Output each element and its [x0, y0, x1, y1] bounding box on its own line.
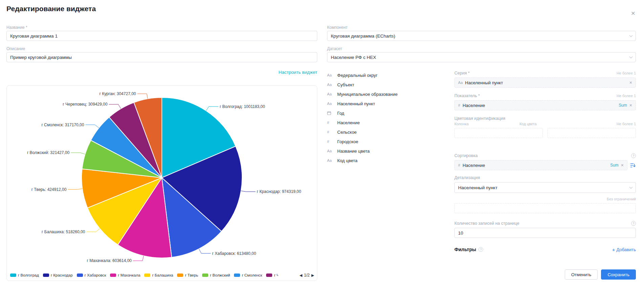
- save-button[interactable]: Сохранить: [601, 269, 636, 280]
- name-label: Название *: [6, 25, 317, 30]
- pie-label-line: [71, 153, 85, 154]
- remove-icon[interactable]: ×: [621, 163, 624, 168]
- number-type-icon: #: [458, 163, 460, 167]
- pie-slice-label: г Краснодар: 974319,00: [257, 189, 301, 194]
- help-icon[interactable]: ?: [631, 153, 636, 158]
- dataset-fields-list: АаФедеральный округАаСубъектАаМуниципаль…: [327, 70, 442, 252]
- legend-item[interactable]: г Волгоград: [10, 273, 39, 277]
- dataset-field-item[interactable]: #Население: [327, 118, 442, 127]
- dataset-field-item[interactable]: АаНазвание цвета: [327, 146, 442, 156]
- widget-config-panel: Серия * Не более 1 Аа Населенный пункт ×…: [454, 70, 636, 252]
- legend-items: г Волгоградг Краснодарг Хабаровскг Махач…: [10, 273, 297, 277]
- widget-preview: г Волгоград: 1001183,00г Краснодар: 9743…: [6, 85, 317, 281]
- pie-label-line: [86, 228, 100, 232]
- page-size-input[interactable]: [454, 228, 636, 238]
- detail-select[interactable]: Населенный пункт: [454, 182, 636, 193]
- right-column: Компонент Круговая диаграмма (ECharts) Д…: [327, 25, 636, 252]
- legend-item[interactable]: г Хабаровск: [77, 273, 106, 277]
- measure-field-chip[interactable]: # Население Sum ×: [454, 100, 636, 110]
- legend-item[interactable]: г Волжский: [202, 273, 230, 277]
- help-icon[interactable]: ?: [631, 221, 636, 226]
- legend-item[interactable]: г Махачкала: [110, 273, 140, 277]
- aggregation-badge[interactable]: Sum: [610, 163, 619, 168]
- pie-label-line: [68, 189, 82, 190]
- date-type-icon: [327, 111, 335, 115]
- dataset-label: Датасет: [327, 46, 636, 51]
- pie-label-line: [241, 191, 256, 192]
- dataset-field-label: Население: [337, 120, 360, 125]
- measure-limit-hint: Не более 1: [617, 94, 636, 98]
- dataset-field-item[interactable]: АаКод цвета: [327, 156, 442, 165]
- component-label: Компонент: [327, 25, 636, 30]
- legend-swatch: [266, 273, 272, 277]
- pie-slice-label: г Балашиха: 518260,00: [42, 229, 85, 234]
- series-limit-hint: Не более 1: [617, 71, 636, 75]
- number-type-icon: #: [327, 120, 335, 125]
- limit-dropzone[interactable]: [454, 203, 636, 213]
- legend-label: г Махачкала: [118, 273, 140, 277]
- description-label: Описание: [6, 46, 317, 51]
- sort-order-icon[interactable]: [630, 163, 636, 168]
- help-icon[interactable]: ?: [478, 247, 483, 252]
- legend-swatch: [144, 273, 150, 277]
- legend-item[interactable]: г Тверь: [177, 273, 198, 277]
- legend-item[interactable]: г Краснодар: [43, 273, 73, 277]
- legend-swatch: [110, 273, 116, 277]
- text-type-icon: Аа: [327, 92, 335, 96]
- configure-widget-link[interactable]: Настроить виджет: [278, 70, 317, 75]
- legend-item[interactable]: г Череповец: [266, 273, 278, 277]
- remove-icon[interactable]: ×: [629, 103, 632, 108]
- dataset-field-item[interactable]: АаСубъект: [327, 80, 442, 89]
- series-label: Серия *: [454, 71, 470, 75]
- number-type-icon: #: [327, 139, 335, 144]
- color-code-dropzone[interactable]: [548, 128, 636, 138]
- color-identification-label: Цветовая идентификация: [454, 116, 505, 121]
- sorting-chip-label: Население: [463, 163, 485, 168]
- widget-editor-dialog: Редактирование виджета × Название * Опис…: [0, 0, 644, 285]
- dataset-field-item[interactable]: #Сельское: [327, 127, 442, 137]
- pie-label-line: [137, 94, 148, 99]
- chevron-down-icon: [629, 185, 633, 189]
- cancel-button[interactable]: Отменить: [565, 269, 598, 280]
- dataset-field-item[interactable]: #Городское: [327, 137, 442, 146]
- aggregation-badge[interactable]: Sum: [619, 103, 627, 108]
- remove-icon[interactable]: ×: [629, 80, 632, 85]
- dataset-field-item[interactable]: АаНаселенный пункт: [327, 99, 442, 108]
- dataset-field-item[interactable]: АаМуниципальное образование: [327, 89, 442, 99]
- pie-label-line: [199, 249, 211, 253]
- legend-item[interactable]: г Смоленск: [234, 273, 262, 277]
- dataset-field-item[interactable]: АаФедеральный округ: [327, 70, 442, 80]
- pie-label-line: [206, 107, 218, 111]
- legend-prev-icon[interactable]: ◀: [299, 273, 302, 277]
- chevron-down-icon: [629, 55, 633, 58]
- legend-page-indicator: 1/2: [304, 273, 310, 278]
- legend-swatch: [10, 273, 16, 277]
- name-input[interactable]: [6, 31, 317, 41]
- dataset-field-label: Название цвета: [337, 149, 370, 154]
- component-select[interactable]: Круговая диаграмма (ECharts): [327, 31, 636, 41]
- close-icon[interactable]: ×: [631, 9, 635, 17]
- series-field-chip[interactable]: Аа Населенный пункт ×: [454, 78, 636, 88]
- measure-chip-label: Население: [463, 103, 485, 108]
- number-type-icon: #: [327, 130, 335, 134]
- dataset-field-label: Населенный пункт: [337, 101, 375, 106]
- chevron-down-icon: [629, 34, 633, 37]
- detail-label: Детализация: [454, 175, 480, 180]
- pie-label-line: [85, 125, 99, 128]
- color-column-label: Колонка: [454, 122, 469, 127]
- dataset-field-label: Код цвета: [337, 158, 358, 163]
- chart-legend: г Волгоградг Краснодарг Хабаровскг Махач…: [10, 271, 314, 279]
- legend-label: г Смоленск: [242, 273, 262, 277]
- pie-slice-label: г Череповец: 309429,00: [63, 102, 107, 107]
- sorting-field-chip[interactable]: # Население Sum ×: [454, 160, 627, 170]
- dialog-footer: Отменить Сохранить: [565, 269, 636, 280]
- dataset-select[interactable]: Население РФ с HEX: [327, 52, 636, 62]
- legend-item[interactable]: г Балашиха: [144, 273, 173, 277]
- dataset-field-label: Год: [337, 111, 344, 116]
- color-column-dropzone[interactable]: [454, 128, 543, 138]
- description-input[interactable]: [6, 52, 317, 62]
- add-filter-label: Добавить: [617, 247, 636, 252]
- dataset-field-item[interactable]: Год: [327, 108, 442, 118]
- add-filter-button[interactable]: + Добавить: [612, 247, 636, 252]
- legend-next-icon[interactable]: ▶: [312, 273, 314, 277]
